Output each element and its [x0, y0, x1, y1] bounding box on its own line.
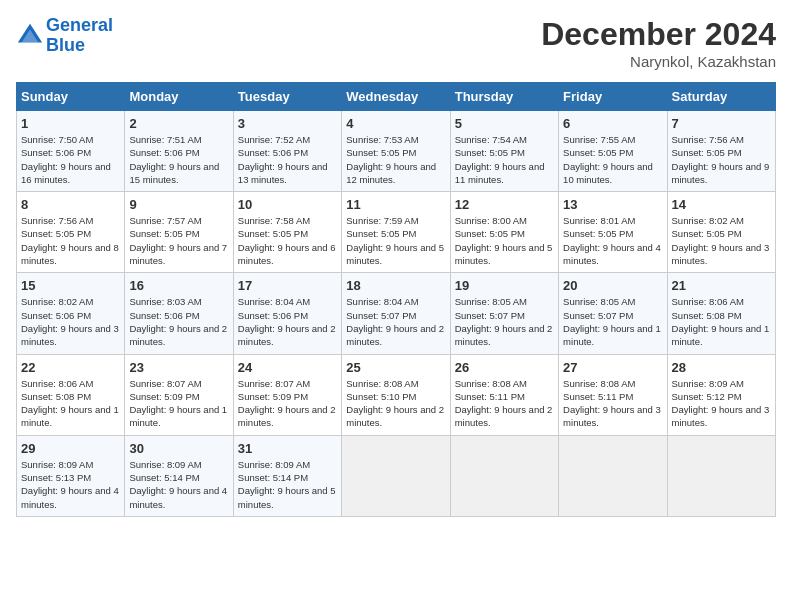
day-number: 2: [129, 116, 228, 131]
day-number: 8: [21, 197, 120, 212]
day-number: 15: [21, 278, 120, 293]
calendar-cell: 9 Sunrise: 7:57 AM Sunset: 5:05 PM Dayli…: [125, 192, 233, 273]
day-info: Sunrise: 7:50 AM Sunset: 5:06 PM Dayligh…: [21, 133, 120, 186]
day-number: 16: [129, 278, 228, 293]
calendar-row-5: 29 Sunrise: 8:09 AM Sunset: 5:13 PM Dayl…: [17, 435, 776, 516]
day-info: Sunrise: 8:03 AM Sunset: 5:06 PM Dayligh…: [129, 295, 228, 348]
calendar-cell: 1 Sunrise: 7:50 AM Sunset: 5:06 PM Dayli…: [17, 111, 125, 192]
calendar-cell: 31 Sunrise: 8:09 AM Sunset: 5:14 PM Dayl…: [233, 435, 341, 516]
day-info: Sunrise: 8:09 AM Sunset: 5:14 PM Dayligh…: [129, 458, 228, 511]
calendar-cell: 3 Sunrise: 7:52 AM Sunset: 5:06 PM Dayli…: [233, 111, 341, 192]
day-number: 25: [346, 360, 445, 375]
calendar-cell: [667, 435, 775, 516]
location: Narynkol, Kazakhstan: [541, 53, 776, 70]
day-info: Sunrise: 8:05 AM Sunset: 5:07 PM Dayligh…: [563, 295, 662, 348]
day-info: Sunrise: 7:55 AM Sunset: 5:05 PM Dayligh…: [563, 133, 662, 186]
day-number: 6: [563, 116, 662, 131]
day-info: Sunrise: 8:00 AM Sunset: 5:05 PM Dayligh…: [455, 214, 554, 267]
calendar-cell: 8 Sunrise: 7:56 AM Sunset: 5:05 PM Dayli…: [17, 192, 125, 273]
calendar-cell: 16 Sunrise: 8:03 AM Sunset: 5:06 PM Dayl…: [125, 273, 233, 354]
calendar-cell: 7 Sunrise: 7:56 AM Sunset: 5:05 PM Dayli…: [667, 111, 775, 192]
weekday-header-sunday: Sunday: [17, 83, 125, 111]
calendar-cell: 2 Sunrise: 7:51 AM Sunset: 5:06 PM Dayli…: [125, 111, 233, 192]
day-number: 17: [238, 278, 337, 293]
calendar-cell: 27 Sunrise: 8:08 AM Sunset: 5:11 PM Dayl…: [559, 354, 667, 435]
calendar-cell: 19 Sunrise: 8:05 AM Sunset: 5:07 PM Dayl…: [450, 273, 558, 354]
day-number: 29: [21, 441, 120, 456]
calendar-cell: 26 Sunrise: 8:08 AM Sunset: 5:11 PM Dayl…: [450, 354, 558, 435]
day-number: 14: [672, 197, 771, 212]
day-info: Sunrise: 7:53 AM Sunset: 5:05 PM Dayligh…: [346, 133, 445, 186]
day-number: 4: [346, 116, 445, 131]
day-number: 23: [129, 360, 228, 375]
day-number: 28: [672, 360, 771, 375]
day-info: Sunrise: 8:09 AM Sunset: 5:12 PM Dayligh…: [672, 377, 771, 430]
day-info: Sunrise: 8:02 AM Sunset: 5:05 PM Dayligh…: [672, 214, 771, 267]
day-number: 5: [455, 116, 554, 131]
calendar-cell: 25 Sunrise: 8:08 AM Sunset: 5:10 PM Dayl…: [342, 354, 450, 435]
day-info: Sunrise: 8:09 AM Sunset: 5:13 PM Dayligh…: [21, 458, 120, 511]
day-info: Sunrise: 7:59 AM Sunset: 5:05 PM Dayligh…: [346, 214, 445, 267]
day-info: Sunrise: 8:08 AM Sunset: 5:11 PM Dayligh…: [563, 377, 662, 430]
day-info: Sunrise: 7:57 AM Sunset: 5:05 PM Dayligh…: [129, 214, 228, 267]
day-number: 10: [238, 197, 337, 212]
weekday-header-saturday: Saturday: [667, 83, 775, 111]
calendar-cell: 12 Sunrise: 8:00 AM Sunset: 5:05 PM Dayl…: [450, 192, 558, 273]
month-title: December 2024: [541, 16, 776, 53]
day-number: 12: [455, 197, 554, 212]
calendar-cell: [342, 435, 450, 516]
weekday-header-thursday: Thursday: [450, 83, 558, 111]
day-number: 3: [238, 116, 337, 131]
logo-icon: [16, 22, 44, 50]
day-info: Sunrise: 7:54 AM Sunset: 5:05 PM Dayligh…: [455, 133, 554, 186]
day-number: 7: [672, 116, 771, 131]
day-number: 19: [455, 278, 554, 293]
day-info: Sunrise: 7:51 AM Sunset: 5:06 PM Dayligh…: [129, 133, 228, 186]
calendar-cell: 28 Sunrise: 8:09 AM Sunset: 5:12 PM Dayl…: [667, 354, 775, 435]
weekday-header-tuesday: Tuesday: [233, 83, 341, 111]
day-number: 1: [21, 116, 120, 131]
calendar-cell: 5 Sunrise: 7:54 AM Sunset: 5:05 PM Dayli…: [450, 111, 558, 192]
day-number: 9: [129, 197, 228, 212]
day-info: Sunrise: 8:08 AM Sunset: 5:11 PM Dayligh…: [455, 377, 554, 430]
day-info: Sunrise: 7:56 AM Sunset: 5:05 PM Dayligh…: [672, 133, 771, 186]
day-number: 27: [563, 360, 662, 375]
day-number: 24: [238, 360, 337, 375]
calendar-cell: 29 Sunrise: 8:09 AM Sunset: 5:13 PM Dayl…: [17, 435, 125, 516]
day-number: 13: [563, 197, 662, 212]
day-info: Sunrise: 8:04 AM Sunset: 5:06 PM Dayligh…: [238, 295, 337, 348]
calendar-cell: 17 Sunrise: 8:04 AM Sunset: 5:06 PM Dayl…: [233, 273, 341, 354]
calendar-cell: 18 Sunrise: 8:04 AM Sunset: 5:07 PM Dayl…: [342, 273, 450, 354]
day-info: Sunrise: 8:09 AM Sunset: 5:14 PM Dayligh…: [238, 458, 337, 511]
day-info: Sunrise: 8:06 AM Sunset: 5:08 PM Dayligh…: [21, 377, 120, 430]
calendar-cell: 10 Sunrise: 7:58 AM Sunset: 5:05 PM Dayl…: [233, 192, 341, 273]
day-number: 18: [346, 278, 445, 293]
logo: General Blue: [16, 16, 113, 56]
calendar-cell: 6 Sunrise: 7:55 AM Sunset: 5:05 PM Dayli…: [559, 111, 667, 192]
calendar-cell: 30 Sunrise: 8:09 AM Sunset: 5:14 PM Dayl…: [125, 435, 233, 516]
calendar-cell: 13 Sunrise: 8:01 AM Sunset: 5:05 PM Dayl…: [559, 192, 667, 273]
calendar-cell: [559, 435, 667, 516]
calendar-cell: 14 Sunrise: 8:02 AM Sunset: 5:05 PM Dayl…: [667, 192, 775, 273]
day-number: 26: [455, 360, 554, 375]
day-info: Sunrise: 8:06 AM Sunset: 5:08 PM Dayligh…: [672, 295, 771, 348]
day-number: 21: [672, 278, 771, 293]
calendar-cell: 11 Sunrise: 7:59 AM Sunset: 5:05 PM Dayl…: [342, 192, 450, 273]
calendar-cell: 20 Sunrise: 8:05 AM Sunset: 5:07 PM Dayl…: [559, 273, 667, 354]
calendar-table: SundayMondayTuesdayWednesdayThursdayFrid…: [16, 82, 776, 517]
calendar-cell: [450, 435, 558, 516]
day-info: Sunrise: 8:02 AM Sunset: 5:06 PM Dayligh…: [21, 295, 120, 348]
calendar-row-1: 1 Sunrise: 7:50 AM Sunset: 5:06 PM Dayli…: [17, 111, 776, 192]
day-info: Sunrise: 7:52 AM Sunset: 5:06 PM Dayligh…: [238, 133, 337, 186]
day-number: 20: [563, 278, 662, 293]
page-header: General Blue December 2024 Narynkol, Kaz…: [16, 16, 776, 70]
logo-text: General Blue: [46, 16, 113, 56]
day-info: Sunrise: 8:07 AM Sunset: 5:09 PM Dayligh…: [238, 377, 337, 430]
weekday-header-monday: Monday: [125, 83, 233, 111]
title-block: December 2024 Narynkol, Kazakhstan: [541, 16, 776, 70]
calendar-cell: 22 Sunrise: 8:06 AM Sunset: 5:08 PM Dayl…: [17, 354, 125, 435]
day-info: Sunrise: 8:08 AM Sunset: 5:10 PM Dayligh…: [346, 377, 445, 430]
calendar-cell: 21 Sunrise: 8:06 AM Sunset: 5:08 PM Dayl…: [667, 273, 775, 354]
calendar-cell: 4 Sunrise: 7:53 AM Sunset: 5:05 PM Dayli…: [342, 111, 450, 192]
day-info: Sunrise: 7:58 AM Sunset: 5:05 PM Dayligh…: [238, 214, 337, 267]
